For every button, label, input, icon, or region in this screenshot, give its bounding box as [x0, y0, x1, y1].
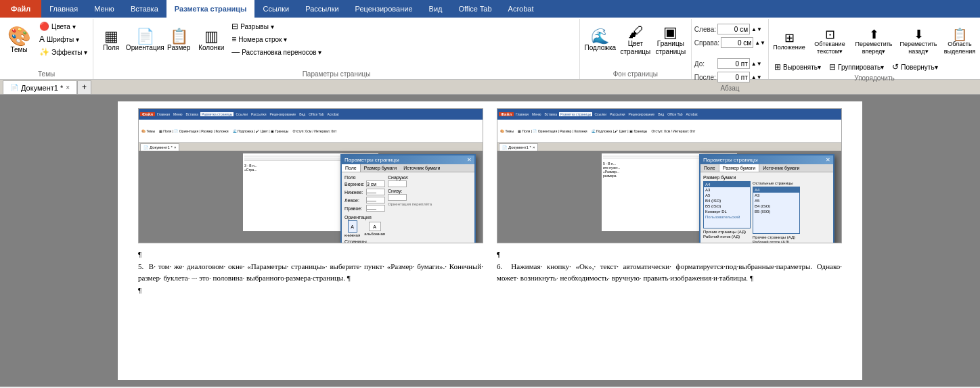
tab-menu[interactable]: Меню [86, 0, 122, 18]
group-button[interactable]: ⊟ Группировать▾ [826, 61, 887, 73]
arrange-content: ⊞ Положение ⊡ Обтекание текстом▾ ⬆ Перем… [772, 20, 977, 73]
tab-home[interactable]: Главная [41, 0, 86, 18]
left-pilcrow-top: ¶ [138, 249, 483, 261]
moveback-button[interactable]: ⬇ Переместить назад▾ [897, 23, 939, 60]
ribbon-body: 🎨 Темы 🔴 Цвета ▾ A Шрифты ▾ ✨ Эффекты ▾ … [0, 18, 980, 80]
themes-group-label: Темы [3, 69, 90, 79]
breaks-button[interactable]: ⊟ Разрывы ▾ [229, 20, 324, 32]
selectionpane-button[interactable]: 📋 Область выделения [942, 23, 977, 60]
moveforward-button[interactable]: ⬆ Переместить вперед▾ [853, 23, 895, 60]
paragraph-content: Слева: ▲▼ Справа: ▲▼ До: ▲▼ После: ▲▼ [694, 20, 765, 83]
indent-right-spin[interactable]: ▲▼ [755, 40, 765, 46]
indent-right-label: Справа: [694, 39, 719, 47]
group-pagebackground: 🌊 Подложка 🖌 Цвет страницы ▣ Границы стр… [580, 19, 692, 79]
spacing-before-spin[interactable]: ▲▼ [751, 61, 762, 67]
pagecolor-button[interactable]: 🖌 Цвет страницы [619, 20, 652, 61]
hyphenation-button[interactable]: — Расстановка переносов ▾ [229, 46, 324, 58]
colors-button[interactable]: 🔴 Цвета ▾ [37, 20, 90, 32]
spacing-after-spin[interactable]: ▲▼ [751, 74, 762, 80]
textwrap-icon: ⊡ [825, 28, 835, 41]
indent-left-row: Слева: ▲▼ [694, 23, 762, 35]
tab-mailing[interactable]: Рассылки [297, 0, 347, 18]
columns-button[interactable]: ▥ Колонки [195, 20, 227, 61]
selectionpane-icon: 📋 [952, 28, 967, 41]
group-label: Группировать▾ [838, 64, 884, 71]
selectionpane-label: Область выделения [943, 41, 976, 55]
tab-insert[interactable]: Вставка [122, 0, 166, 18]
new-tab-button[interactable]: + [77, 80, 91, 94]
size-icon: 📋 [170, 29, 188, 44]
margins-icon: ▦ [104, 29, 118, 44]
doc-tab-close[interactable]: × [66, 84, 70, 91]
group-themes: 🎨 Темы 🔴 Цвета ▾ A Шрифты ▾ ✨ Эффекты ▾ … [0, 19, 93, 79]
pagesetup-group-label: Параметры страницы [96, 69, 577, 79]
doc-tab-document1[interactable]: 📄 Документ1 * × [3, 80, 77, 94]
right-paragraph-mark-end: ¶ [750, 274, 753, 282]
group-paragraph: Слева: ▲▼ Справа: ▲▼ До: ▲▼ После: ▲▼ Аб… [692, 19, 769, 79]
spacing-after-input[interactable] [717, 72, 750, 82]
orientation-button[interactable]: 📄 Ориентация [127, 20, 162, 61]
left-paragraph-mark-top: ¶ [138, 250, 141, 258]
tab-acrobat[interactable]: Acrobat [500, 0, 542, 18]
doc-left-col: Файл Главная Меню Вставка Разметка стран… [131, 108, 490, 373]
themes-content: 🎨 Темы 🔴 Цвета ▾ A Шрифты ▾ ✨ Эффекты ▾ [3, 20, 90, 69]
tab-refs[interactable]: Ссылки [254, 0, 297, 18]
arrange-group-label: Упорядочить [772, 73, 977, 83]
fonts-button[interactable]: A Шрифты ▾ [37, 33, 90, 45]
indent-left-label: Слева: [694, 26, 716, 33]
pageborders-button[interactable]: ▣ Границы страницы [653, 20, 688, 61]
doc-tab-icon: 📄 [10, 84, 18, 91]
tab-file[interactable]: Файл [0, 0, 41, 18]
document-page: Файл Главная Меню Вставка Разметка стран… [118, 101, 862, 380]
rotate-label: Повернуть▾ [901, 64, 937, 71]
watermark-label: Подложка [585, 44, 617, 52]
themes-button[interactable]: 🎨 Темы [3, 20, 35, 61]
right-pilcrow-top: ¶ [497, 249, 842, 261]
pagecolor-icon: 🖌 [628, 25, 643, 40]
left-paragraph-mark-end: ¶ [347, 274, 351, 282]
linenumbers-label: Номера строк ▾ [238, 36, 287, 43]
moveforward-label: Переместить вперед▾ [854, 41, 893, 55]
hyphenation-label: Расстановка переносов ▾ [242, 49, 321, 56]
align-label: Выровнять▾ [783, 64, 821, 71]
indent-left-spin[interactable]: ▲▼ [751, 26, 762, 32]
align-icon: ⊞ [774, 62, 781, 72]
rotate-icon: ↺ [892, 62, 899, 72]
group-arrange: ⊞ Положение ⊡ Обтекание текстом▾ ⬆ Перем… [769, 19, 980, 79]
pageborders-icon: ▣ [663, 25, 677, 40]
textwrap-button[interactable]: ⊡ Обтекание текстом▾ [809, 23, 850, 60]
size-label: Размер [167, 44, 190, 52]
screenshot-left: Файл Главная Меню Вставка Разметка стран… [138, 108, 483, 243]
pagebackground-group-label: Фон страницы [583, 69, 688, 79]
spacing-before-label: До: [694, 60, 716, 68]
watermark-button[interactable]: 🌊 Подложка [583, 20, 618, 61]
page-area: Файл Главная Меню Вставка Разметка стран… [0, 95, 980, 387]
align-button[interactable]: ⊞ Выровнять▾ [772, 61, 824, 73]
moveforward-icon: ⬆ [869, 28, 879, 41]
tab-review[interactable]: Рецензирование [347, 0, 421, 18]
margins-label: Поля [103, 44, 119, 52]
size-button[interactable]: 📋 Размер [164, 20, 194, 61]
margins-button[interactable]: ▦ Поля [96, 20, 126, 61]
right-paragraph-mark-top: ¶ [497, 250, 500, 258]
tab-view[interactable]: Вид [421, 0, 451, 18]
linenumbers-icon: ≡ [231, 34, 236, 44]
moveback-label: Переместить назад▾ [899, 41, 938, 55]
rotate-button[interactable]: ↺ Повернуть▾ [889, 61, 940, 73]
hyphenation-icon: — [231, 47, 240, 57]
indent-left-input[interactable] [717, 24, 750, 34]
indent-right-input[interactable] [721, 37, 753, 48]
position-button[interactable]: ⊞ Положение [772, 23, 807, 60]
themes-icon: 🎨 [7, 27, 31, 46]
moveback-icon: ⬇ [914, 28, 924, 41]
effects-button[interactable]: ✨ Эффекты ▾ [37, 46, 90, 58]
tab-pagelayout[interactable]: Разметка страницы [166, 0, 255, 18]
tab-officetab[interactable]: Office Tab [450, 0, 499, 18]
breaks-label: Разрывы ▾ [240, 23, 273, 30]
linenumbers-button[interactable]: ≡ Номера строк ▾ [229, 33, 324, 45]
spacing-before-input[interactable] [717, 58, 750, 69]
effects-icon: ✨ [39, 47, 49, 57]
right-paragraph-text: 6. Нажимая· кнопку· «Ок»,· текст· автома… [497, 261, 842, 285]
textwrap-label: Обтекание текстом▾ [811, 41, 849, 55]
theme-options: 🔴 Цвета ▾ A Шрифты ▾ ✨ Эффекты ▾ [37, 20, 90, 58]
